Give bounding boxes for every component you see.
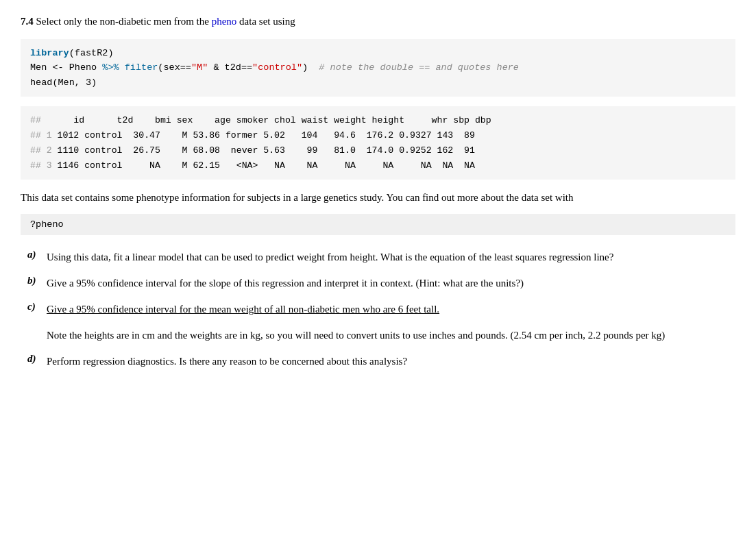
description-text: This data set contains some phenotype in… [21, 189, 735, 206]
pheno-keyword: pheno [212, 16, 237, 27]
part-c-label: c) [27, 301, 41, 313]
help-command-block: ?pheno [21, 214, 735, 235]
output-row2-data: 1110 control 26.75 M 68.08 never 5.63 99… [52, 145, 475, 156]
output-row1-hash: ## 1 [30, 130, 52, 141]
part-c-note: Note the heights are in cm and the weigh… [47, 327, 735, 343]
question-header: 7.4 Select only the non-diabetic men fro… [21, 14, 735, 29]
part-d-text: Perform regression diagnostics. Is there… [47, 353, 407, 369]
output-block: ## id t2d bmi sex age smoker chol waist … [21, 106, 735, 180]
output-row3-hash: ## 3 [30, 160, 52, 171]
header-suffix: data set using [236, 16, 295, 27]
help-command-text: ?pheno [30, 219, 64, 230]
code-string1: "M" [191, 62, 208, 73]
keyword-library: library [30, 48, 69, 58]
parts-container: a) Using this data, fit a linear model t… [21, 249, 735, 369]
code-block: library(fastR2) Men <- Pheno %>% filter(… [21, 39, 735, 97]
part-a: a) Using this data, fit a linear model t… [27, 249, 735, 265]
header-text: Select only the non-diabetic men from th… [36, 16, 212, 27]
code-args-end: ) [302, 62, 308, 73]
output-row3-data: 1146 control NA M 62.15 <NA> NA NA NA NA… [52, 160, 475, 171]
output-row1-data: 1012 control 30.47 M 53.86 former 5.02 1… [52, 130, 475, 141]
code-comment: # note the double == and quotes here [308, 62, 519, 73]
question-number: 7.4 [21, 16, 34, 27]
part-b-text: Give a 95% confidence interval for the s… [47, 275, 524, 291]
code-args: (sex== [158, 62, 191, 73]
code-string2: "control" [252, 62, 302, 73]
code-line3: head(Men, 3) [30, 77, 97, 88]
part-a-text: Using this data, fit a linear model that… [47, 249, 613, 265]
code-filter: filter [119, 62, 158, 73]
output-header: ## [30, 115, 41, 125]
part-d: d) Perform regression diagnostics. Is th… [27, 353, 735, 369]
part-b: b) Give a 95% confidence interval for th… [27, 275, 735, 291]
part-a-label: a) [27, 249, 41, 260]
part-c: c) Give a 95% confidence interval for th… [27, 301, 735, 317]
code-and: & t2d== [208, 62, 252, 73]
part-b-label: b) [27, 275, 41, 286]
output-header-cols: id t2d bmi sex age smoker chol waist wei… [41, 115, 491, 125]
part-d-label: d) [27, 353, 41, 365]
output-row2-hash: ## 2 [30, 145, 52, 156]
part-c-text: Give a 95% confidence interval for the m… [47, 301, 439, 317]
part-c-underline: Give a 95% confidence interval for the m… [47, 304, 439, 315]
code-pipe: %>% [102, 62, 119, 73]
